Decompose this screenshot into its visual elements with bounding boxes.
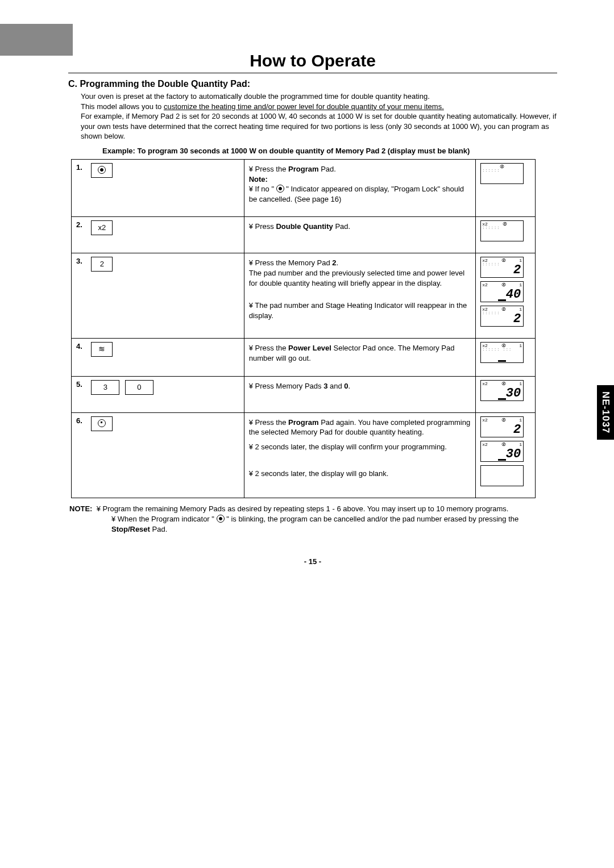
table-row: 5. 3 0 ¥ Press Memory Pads 3 and 0. x2⦿1… [72,376,536,412]
page-number: - 15 - [68,557,557,566]
step-desc: ¥ Press the Program Pad again. You have … [244,412,475,498]
step-display: x2⦿1 2 x2⦿1 30 [476,412,536,498]
display-box: x2⦿1 :::::: 2 [480,257,524,278]
display-box: x2⦿ :::::: [480,220,524,241]
step-key: 3 0 [89,376,244,412]
step-desc: ¥ Press the Program Pad. Note: ¥ If no "… [244,160,475,217]
step-display: x2⦿1 30 [476,376,536,412]
table-row: 1. ¥ Press the Program Pad. Note: ¥ If n… [72,160,536,217]
step-key: ≋ [89,339,244,376]
example-heading: Example: To program 30 seconds at 1000 W… [102,146,557,156]
memory-pad-2: 2 [91,257,113,272]
note-1: Program the remaining Memory Pads as des… [103,504,509,513]
double-qty-pad: x2 [91,220,113,235]
note-label: NOTE: [69,504,92,513]
table-row: 2. x2 ¥ Press Double Quantity Pad. x2⦿ :… [72,217,536,253]
step-display: x2⦿ :::::: [476,217,536,253]
step-number: 5. [72,376,89,412]
step-key: 2 [89,253,244,339]
step-desc: ¥ Press the Memory Pad 2. The pad number… [244,253,475,339]
display-box: x2⦿1 2 [480,416,524,437]
step-key: x2 [89,217,244,253]
step-number: 4. [72,339,89,376]
table-row: 3. 2 ¥ Press the Memory Pad 2. The pad n… [72,253,536,339]
step-display: x2⦿1 :::::: ::: [476,339,536,376]
section-heading: C. Programming the Double Quantity Pad: [68,79,557,89]
intro-p1: Your oven is preset at the factory to au… [81,91,557,102]
step-number: 1. [72,160,89,217]
step-display: ⦿ :::::: [476,160,536,217]
memory-pad-3: 3 [91,380,119,395]
title-underline [68,73,557,73]
display-box: x2⦿1 30 [480,441,524,462]
intro-block: Your oven is preset at the factory to au… [81,91,557,141]
page-title: How to Operate [68,51,557,73]
table-row: 4. ≋ ¥ Press the Power Level Selector Pa… [72,339,536,376]
steps-table: 1. ¥ Press the Program Pad. Note: ¥ If n… [71,159,536,498]
step-display: x2⦿1 :::::: 2 x2⦿1 40 x2⦿1 :::::: 2 [476,253,536,339]
step-number: 2. [72,217,89,253]
program-pad-icon [91,163,113,178]
step-desc: ¥ Press the Power Level Selector Pad onc… [244,339,475,376]
memory-pad-0: 0 [125,380,154,395]
power-level-pad-icon: ≋ [91,342,113,357]
step-desc: ¥ Press Memory Pads 3 and 0. [244,376,475,412]
step-number: 6. [72,412,89,498]
program-indicator-icon [276,185,284,193]
display-box: ⦿ :::::: [480,163,524,184]
intro-p3: For example, if Memory Pad 2 is set for … [81,111,557,141]
step-desc: ¥ Press Double Quantity Pad. [244,217,475,253]
program-pad-icon [91,416,113,431]
program-indicator-icon [217,515,225,523]
display-box: x2⦿1 :::::: ::: [480,342,524,363]
display-box: x2⦿1 30 [480,380,524,401]
display-box [480,465,524,486]
step-key [89,412,244,498]
page-content: How to Operate C. Programming the Double… [0,0,614,600]
display-box: x2⦿1 :::::: 2 [480,306,524,327]
table-row: 6. ¥ Press the Program Pad again. You ha… [72,412,536,498]
step-key [89,160,244,217]
intro-p2: This model allows you to customize the h… [81,102,557,112]
display-box: x2⦿1 40 [480,281,524,302]
notes-block: NOTE: ¥ Program the remaining Memory Pad… [69,504,557,535]
step-number: 3. [72,253,89,339]
